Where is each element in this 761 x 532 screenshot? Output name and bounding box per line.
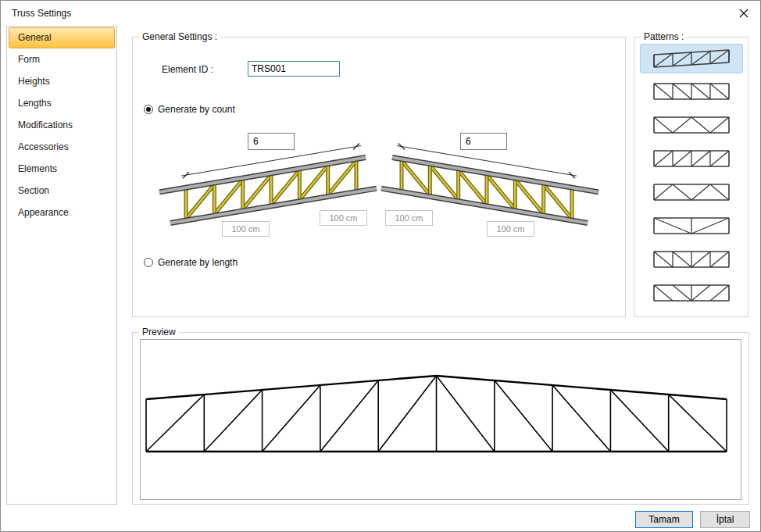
left-truss-span-right-input[interactable] bbox=[320, 210, 367, 226]
general-settings-legend: General Settings : bbox=[139, 31, 220, 42]
sidebar-item-label: Section bbox=[18, 185, 49, 196]
pattern-option-2[interactable] bbox=[640, 77, 743, 107]
element-id-input[interactable] bbox=[248, 61, 340, 77]
sidebar-item-accessories[interactable]: Accessories bbox=[9, 137, 115, 158]
right-truss-span-right-input[interactable] bbox=[487, 221, 534, 237]
patterns-legend: Patterns : bbox=[641, 31, 687, 42]
preview-canvas bbox=[140, 339, 741, 500]
pattern-option-4[interactable] bbox=[640, 145, 743, 174]
n-truss-right-icon bbox=[651, 148, 732, 171]
generate-by-length-radio[interactable]: Generate by length bbox=[144, 257, 238, 268]
sidebar-item-appearance[interactable]: Appearance bbox=[9, 202, 115, 223]
sidebar-item-label: Form bbox=[18, 54, 40, 65]
pattern-option-7[interactable] bbox=[640, 245, 743, 275]
general-settings-group: General Settings : Element ID : Generate… bbox=[132, 37, 626, 317]
sidebar-item-label: Modifications bbox=[18, 120, 73, 130]
patterns-group: Patterns : bbox=[634, 37, 748, 317]
queen-post-icon bbox=[651, 215, 732, 238]
pattern-option-8[interactable] bbox=[640, 279, 743, 309]
close-icon bbox=[739, 9, 748, 18]
close-button[interactable] bbox=[735, 5, 752, 21]
warren-start-down-icon bbox=[651, 114, 732, 137]
preview-legend: Preview bbox=[139, 327, 179, 337]
sidebar-item-label: Heights bbox=[18, 76, 50, 87]
sidebar-item-form[interactable]: Form bbox=[9, 49, 115, 70]
cancel-button[interactable]: İptal bbox=[700, 511, 750, 528]
pattern-option-1[interactable] bbox=[640, 44, 743, 73]
howe-symmetric-icon bbox=[651, 282, 732, 305]
pattern-list bbox=[634, 44, 748, 309]
preview-group: Preview bbox=[132, 332, 749, 505]
generate-by-count-label: Generate by count bbox=[158, 104, 235, 115]
pratt-truss-icon bbox=[651, 248, 732, 272]
sidebar-item-heights[interactable]: Heights bbox=[9, 71, 115, 92]
window-title: Truss Settings bbox=[12, 8, 71, 19]
sidebar-item-label: General bbox=[18, 32, 52, 43]
ok-button[interactable]: Tamam bbox=[635, 511, 693, 528]
radio-icon bbox=[144, 105, 153, 114]
sidebar-item-general[interactable]: General bbox=[9, 27, 115, 48]
element-id-label: Element ID : bbox=[162, 64, 213, 75]
radio-icon bbox=[144, 258, 153, 267]
pattern-option-5[interactable] bbox=[640, 178, 743, 208]
sidebar: General Form Heights Lengths Modificatio… bbox=[6, 26, 117, 505]
sidebar-item-label: Accessories bbox=[18, 141, 69, 152]
generate-by-length-label: Generate by length bbox=[158, 257, 238, 268]
sidebar-item-label: Lengths bbox=[18, 98, 52, 109]
sidebar-item-label: Appearance bbox=[18, 207, 69, 218]
n-truss-left-icon bbox=[651, 80, 732, 104]
sidebar-item-section[interactable]: Section bbox=[9, 180, 115, 202]
left-truss-span-left-input[interactable] bbox=[222, 221, 270, 237]
sidebar-item-modifications[interactable]: Modifications bbox=[9, 115, 115, 136]
pattern-option-6[interactable] bbox=[640, 212, 743, 241]
warren-start-up-icon bbox=[651, 181, 732, 205]
slanted-n-truss-icon bbox=[651, 47, 732, 70]
titlebar: Truss Settings bbox=[1, 1, 760, 24]
sidebar-item-elements[interactable]: Elements bbox=[9, 159, 115, 180]
truss-settings-dialog: Truss Settings General Form Heights Leng… bbox=[0, 0, 761, 532]
preview-truss-drawing bbox=[141, 340, 741, 499]
generate-by-count-radio[interactable]: Generate by count bbox=[144, 104, 235, 115]
sidebar-item-label: Elements bbox=[18, 163, 57, 174]
pattern-option-3[interactable] bbox=[640, 111, 743, 141]
right-truss-span-left-input[interactable] bbox=[385, 210, 433, 226]
sidebar-item-lengths[interactable]: Lengths bbox=[9, 93, 115, 114]
